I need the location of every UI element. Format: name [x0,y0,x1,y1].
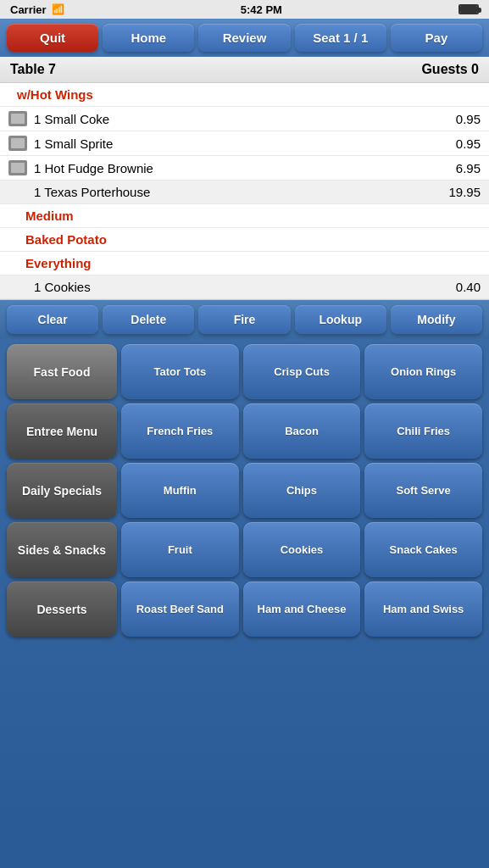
item-name-cookies: 1 Cookies [8,280,456,294]
menu-item-chips[interactable]: Chips [243,463,361,518]
item-price-coke: 0.95 [456,112,481,126]
order-item-brownie[interactable]: 1 Hot Fudge Brownie 6.95 [0,156,489,181]
item-name-coke: 1 Small Coke [34,112,456,126]
printer-icon-sprite [8,136,27,151]
order-modifier-medium: Medium [0,204,489,228]
menu-item-roast-beef-sand[interactable]: Roast Beef Sand [121,581,239,637]
order-modifier-baked-potato: Baked Potato [0,228,489,252]
top-nav: Quit Home Review Seat 1 / 1 Pay [0,19,489,57]
menu-item-muffin[interactable]: Muffin [121,463,239,518]
item-price-cookies: 0.40 [456,280,481,294]
item-name-brownie: 1 Hot Fudge Brownie [34,161,456,175]
fire-button[interactable]: Fire [198,305,290,334]
menu-item-bacon[interactable]: Bacon [243,403,361,459]
time-label: 5:42 PM [241,3,282,16]
item-price-sprite: 0.95 [456,136,481,151]
delete-button[interactable]: Delete [103,305,194,334]
carrier-label: Carrier [10,3,47,16]
clear-button[interactable]: Clear [7,305,98,334]
item-price-brownie: 6.95 [456,161,481,175]
category-daily-specials[interactable]: Daily Specials [7,463,117,518]
modifier-text-baked-potato: Baked Potato [25,232,107,247]
menu-item-chili-fries[interactable]: Chili Fries [364,403,482,459]
status-bar: Carrier 📶 5:42 PM [0,0,489,19]
category-entree-menu[interactable]: Entree Menu [7,403,117,459]
table-bar: Table 7 Guests 0 [0,57,489,83]
category-sides-snacks[interactable]: Sides & Snacks [7,522,117,577]
order-item-porterhouse[interactable]: 1 Texas Porterhouse 19.95 [0,181,489,204]
order-modifier-everything: Everything [0,252,489,275]
action-bar: Clear Delete Fire Lookup Modify [0,300,489,339]
menu-item-tator-tots[interactable]: Tator Tots [121,344,239,399]
menu-item-fruit[interactable]: Fruit [121,522,239,577]
printer-icon-coke [8,111,27,126]
order-item-coke[interactable]: 1 Small Coke 0.95 [0,107,489,131]
menu-item-french-fries[interactable]: French Fries [121,403,239,459]
guests-label: Guests 0 [421,62,479,77]
modifier-text-medium: Medium [25,209,74,223]
battery-icon [458,4,479,14]
modifier-text: w/Hot Wings [17,87,93,102]
menu-item-crisp-cuts[interactable]: Crisp Cuts [243,344,361,399]
item-price-porterhouse: 19.95 [448,185,481,199]
item-name-sprite: 1 Small Sprite [34,136,456,151]
menu-item-ham-and-cheese[interactable]: Ham and Cheese [243,581,361,637]
table-label: Table 7 [10,62,56,77]
review-button[interactable]: Review [198,24,290,52]
lookup-button[interactable]: Lookup [295,305,386,334]
battery-fill [460,6,477,13]
modify-button[interactable]: Modify [391,305,482,334]
menu-grid: Fast Food Tator Tots Crisp Cuts Onion Ri… [0,339,489,642]
menu-item-cookies[interactable]: Cookies [243,522,361,577]
order-item-sprite[interactable]: 1 Small Sprite 0.95 [0,131,489,156]
menu-item-snack-cakes[interactable]: Snack Cakes [364,522,482,577]
category-fast-food[interactable]: Fast Food [7,344,117,399]
seat-button[interactable]: Seat 1 / 1 [295,24,386,52]
printer-icon-brownie [8,160,27,175]
home-button[interactable]: Home [103,24,194,52]
category-desserts[interactable]: Desserts [7,581,117,637]
status-right [458,4,479,14]
menu-item-soft-serve[interactable]: Soft Serve [364,463,482,518]
order-item-cookies[interactable]: 1 Cookies 0.40 [0,275,489,299]
order-modifier-hot-wings: w/Hot Wings [0,83,489,107]
wifi-icon: 📶 [52,3,64,15]
menu-item-ham-and-swiss[interactable]: Ham and Swiss [364,581,482,637]
order-list: w/Hot Wings 1 Small Coke 0.95 1 Small Sp… [0,83,489,300]
item-name-porterhouse: 1 Texas Porterhouse [8,185,448,199]
menu-item-onion-rings[interactable]: Onion Rings [364,344,482,399]
modifier-text-everything: Everything [25,256,92,270]
pay-button[interactable]: Pay [391,24,482,52]
status-left: Carrier 📶 [10,3,64,16]
quit-button[interactable]: Quit [7,24,98,52]
